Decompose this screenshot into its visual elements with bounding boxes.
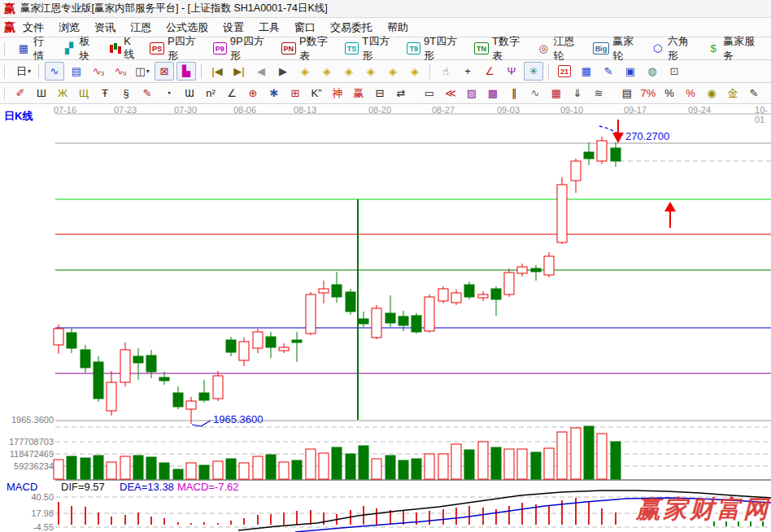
grid-tool-icon[interactable]: ▦ — [547, 84, 566, 102]
brush-tool-icon[interactable]: ✐ — [11, 84, 30, 102]
wave-3-icon[interactable]: ∿3 — [89, 62, 108, 81]
diamond-h-icon[interactable]: ◈ — [339, 62, 359, 81]
volume-bar — [319, 453, 329, 479]
volume-bar — [332, 447, 342, 479]
tick-comb-icon[interactable]: Ш — [32, 84, 51, 102]
last-page-icon[interactable]: ▶| — [229, 62, 249, 81]
calculator-icon[interactable]: ▦ — [577, 62, 596, 81]
f-ruler-icon[interactable]: Ŧ — [95, 84, 115, 102]
trend-lines-icon[interactable]: ∥ — [504, 84, 524, 102]
marker-pen-icon[interactable]: ✎ — [744, 84, 764, 102]
tick-comb-2-icon[interactable]: Ɯ — [180, 84, 199, 102]
diamond-plus-icon[interactable]: ◈ — [383, 62, 403, 81]
candle-body-down — [173, 393, 183, 407]
last-page-glyph: ▶| — [233, 65, 244, 77]
printer-icon[interactable]: ⊡ — [664, 62, 684, 81]
quote-note-icon[interactable]: ▤ — [67, 62, 86, 81]
fan-lines-glyph: ≪ — [445, 87, 456, 99]
page-next-icon[interactable]: ▶ — [273, 62, 293, 81]
candle-body-down — [81, 350, 90, 368]
span-arrow-icon[interactable]: ⇄ — [391, 84, 411, 102]
volume-bar — [517, 449, 527, 479]
percent-line-icon[interactable]: % — [681, 84, 700, 102]
volume-bar — [239, 463, 249, 479]
percent-glyph: % — [664, 87, 674, 99]
volume-bar — [107, 462, 116, 479]
box-grid-icon[interactable]: ⊞ — [285, 84, 305, 102]
memo-icon[interactable]: ✎ — [599, 62, 618, 81]
page-prev-icon[interactable]: ◀ — [251, 62, 271, 81]
diamond-grid-icon[interactable]: ◈ — [405, 62, 425, 81]
fan-lines-icon[interactable]: ≪ — [441, 84, 460, 102]
parallel-lines-icon[interactable]: ≋ — [589, 84, 608, 102]
candle-body-down — [491, 289, 501, 299]
shen-tool-icon[interactable]: 神 — [328, 84, 347, 102]
candle-body-up — [517, 267, 527, 273]
angle-tool-icon[interactable]: ∠ — [222, 84, 242, 102]
candle-body-up — [544, 256, 554, 275]
gold-circle-icon[interactable]: ◉ — [702, 84, 721, 102]
crosshair-tool-icon[interactable]: + — [458, 62, 477, 81]
profile-histogram-icon[interactable]: ▙ — [176, 62, 196, 81]
pencil-red-icon[interactable]: ✎ — [137, 84, 157, 102]
toolbar-draw: ✐ШЖЩŦ§✎◔Ɯn²∠⊕✱⊞K”神赢⊟⇄▭≪▨▩∥∿▦⇓≋▤7%%%◉金✎≈金… — [0, 83, 771, 104]
ying-tool-icon[interactable]: 赢 — [349, 84, 368, 102]
web-service-icon[interactable]: ◍ — [642, 62, 662, 81]
box-frame-icon[interactable]: ▭ — [420, 84, 439, 102]
gann-grid-icon[interactable]: ▩ — [483, 84, 503, 102]
candle-body-down — [332, 285, 342, 297]
candle-body-down — [412, 316, 421, 332]
line-tool-icon[interactable]: ∠ — [480, 62, 499, 81]
period-selector-icon[interactable]: 日▾ — [14, 62, 33, 81]
zigzag-tool-icon[interactable]: ∿ — [45, 62, 64, 81]
gann-map-icon[interactable]: ⊠ — [155, 62, 174, 81]
grid-arrow-icon[interactable]: ⇓ — [568, 84, 587, 102]
hand-tool-icon[interactable]: ☝ — [436, 62, 455, 81]
wave-channel-icon[interactable]: ≈ — [765, 84, 771, 102]
volume-bar — [173, 469, 183, 479]
gann-map-glyph: ⊠ — [160, 65, 169, 77]
candle-style-icon[interactable]: ◫▾ — [133, 62, 152, 81]
save-icon[interactable]: ▣ — [621, 62, 640, 81]
first-page-icon[interactable]: |◀ — [207, 62, 227, 81]
tick-comb-2-glyph: Ɯ — [185, 87, 194, 99]
gold-lines-icon[interactable]: 金 — [723, 84, 743, 102]
candle-body-up — [438, 289, 448, 301]
tick-comb-glyph: Ш — [37, 87, 46, 99]
percent-icon[interactable]: % — [660, 84, 679, 102]
star-grid-icon[interactable]: ✱ — [264, 84, 284, 102]
time-circle-icon[interactable]: ◔ — [159, 84, 178, 102]
candle-body-up — [186, 401, 196, 409]
candle-body-down — [399, 316, 408, 325]
n-square-icon[interactable]: n² — [201, 84, 220, 102]
spiral-tool-icon[interactable]: § — [116, 84, 136, 102]
calendar-icon[interactable]: 21 — [555, 62, 574, 81]
candle-body-down — [464, 285, 474, 297]
grid-123-icon[interactable]: ⊟ — [370, 84, 390, 102]
gann-gold-2-icon[interactable]: Щ — [74, 84, 94, 102]
glyph-icon: ⬡ — [651, 41, 664, 55]
circle-cross-icon[interactable]: ⊕ — [243, 84, 263, 102]
percent-table-glyph: ▤ — [622, 87, 632, 99]
window-title: 赢家江恩专业版[赢家内部服务平台] - [上证指数 SH1A0001-74日K线… — [20, 2, 328, 15]
diamond-x-icon[interactable]: ◈ — [361, 62, 381, 81]
percent-7-icon[interactable]: 7% — [638, 84, 658, 102]
wave-9-icon[interactable]: ∿9 — [111, 62, 130, 81]
gann-gold-1-icon[interactable]: Ж — [53, 84, 72, 102]
smart-tool-icon[interactable]: ✳ — [524, 62, 543, 81]
title-bar: 赢 赢家江恩专业版[赢家内部服务平台] - [上证指数 SH1A0001-74日… — [0, 0, 771, 18]
kline-chart-canvas[interactable] — [0, 104, 771, 532]
diamond-right-icon[interactable]: ◈ — [317, 62, 337, 81]
volume-bar — [544, 448, 554, 479]
zigzag-lines-icon[interactable]: ∿ — [525, 84, 545, 102]
percent-table-icon[interactable]: ▤ — [617, 84, 637, 102]
k-quote-icon[interactable]: K” — [307, 84, 326, 102]
gann-shape-tool-icon[interactable]: Ψ — [502, 62, 521, 81]
diamond-left-icon[interactable]: ◈ — [295, 62, 315, 81]
gann-box-icon[interactable]: ▨ — [462, 84, 481, 102]
volume-bar — [146, 457, 156, 479]
volume-bar — [133, 456, 143, 479]
diamond-right-glyph: ◈ — [323, 65, 331, 77]
kline-view-button[interactable]: K线 — [104, 33, 145, 63]
p9-square-label: 9P四方形 — [230, 34, 272, 63]
